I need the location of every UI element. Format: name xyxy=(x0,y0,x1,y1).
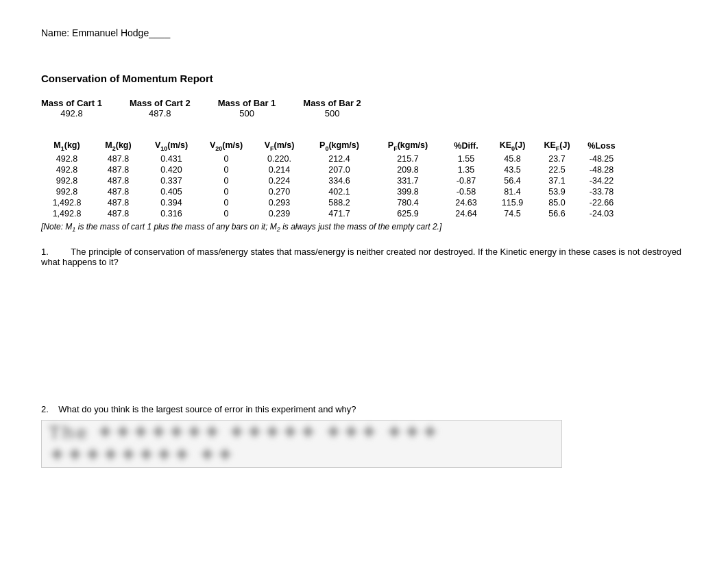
cell-loss: -22.66 xyxy=(579,197,624,208)
cell-m2: 487.8 xyxy=(93,186,144,197)
cell-v10: 0.431 xyxy=(144,153,199,164)
cell-p0: 334.6 xyxy=(305,175,374,186)
cell-p0: 207.0 xyxy=(305,164,374,175)
mass-bar1-value: 500 xyxy=(239,108,254,118)
question1-text: The principle of conservation of mass/en… xyxy=(41,247,681,267)
question2-answer-area: The ✦✦✦✦✦✦✦ ✦✦✦✦✦ ✦✦✦ ✦✦✦ ✦✦✦✦✦✦✦✦ ✦✦ xyxy=(41,420,562,468)
col-header-kef: KEF(J) xyxy=(535,139,579,153)
cell-pf: 209.8 xyxy=(374,164,442,175)
question2-section: 2. What do you think is the largest sour… xyxy=(41,404,687,468)
table-row: 492.8487.80.42000.214207.0209.81.3543.52… xyxy=(41,164,624,175)
cell-m1: 492.8 xyxy=(41,153,93,164)
table-row: 1,492.8487.80.39400.293588.2780.424.6311… xyxy=(41,197,624,208)
cell-pf: 331.7 xyxy=(374,175,442,186)
cell-loss: -24.03 xyxy=(579,208,624,219)
col-header-p0: P0(kgm/s) xyxy=(305,139,374,153)
cell-v20: 0 xyxy=(199,175,254,186)
cell-p0: 471.7 xyxy=(305,208,374,219)
question1: 1. The principle of conservation of mass… xyxy=(41,247,687,267)
cell-v10: 0.420 xyxy=(144,164,199,175)
mass-cart2-value: 487.8 xyxy=(149,108,171,118)
table-header-row: M1(kg) M2(kg) V10(m/s) V20(m/s) VF(m/s) … xyxy=(41,139,624,153)
cell-ke0: 115.9 xyxy=(490,197,535,208)
cell-m1: 1,492.8 xyxy=(41,208,93,219)
cell-vf: 0.214 xyxy=(254,164,305,175)
cell-kef: 37.1 xyxy=(535,175,579,186)
report-title: Conservation of Momentum Report xyxy=(41,73,687,84)
cell-m2: 487.8 xyxy=(93,197,144,208)
cell-kef: 23.7 xyxy=(535,153,579,164)
table-row: 992.8487.80.40500.270402.1399.8-0.5881.4… xyxy=(41,186,624,197)
col-header-v20: V20(m/s) xyxy=(199,139,254,153)
data-table-section: M1(kg) M2(kg) V10(m/s) V20(m/s) VF(m/s) … xyxy=(41,139,687,233)
cell-ke0: 81.4 xyxy=(490,186,535,197)
mass-cart2: Mass of Cart 2 487.8 xyxy=(130,98,191,118)
cell-v10: 0.337 xyxy=(144,175,199,186)
cell-m2: 487.8 xyxy=(93,175,144,186)
cell-v20: 0 xyxy=(199,164,254,175)
col-header-m2: M2(kg) xyxy=(93,139,144,153)
question2-number: 2. xyxy=(41,404,49,414)
question1-answer-area xyxy=(69,274,687,384)
cell-v20: 0 xyxy=(199,153,254,164)
cell-vf: 0.239 xyxy=(254,208,305,219)
cell-v10: 0.405 xyxy=(144,186,199,197)
cell-loss: -48.25 xyxy=(579,153,624,164)
col-header-ke0: KE0(J) xyxy=(490,139,535,153)
mass-bar1-label: Mass of Bar 1 xyxy=(218,98,276,108)
cell-diff: 24.63 xyxy=(442,197,490,208)
name-line: Name: Emmanuel Hodge____ xyxy=(41,27,687,38)
cell-v10: 0.394 xyxy=(144,197,199,208)
col-header-v10: V10(m/s) xyxy=(144,139,199,153)
data-table: M1(kg) M2(kg) V10(m/s) V20(m/s) VF(m/s) … xyxy=(41,139,624,219)
cell-p0: 212.4 xyxy=(305,153,374,164)
cell-m2: 487.8 xyxy=(93,153,144,164)
cell-ke0: 43.5 xyxy=(490,164,535,175)
mass-bar1: Mass of Bar 1 500 xyxy=(218,98,276,118)
mass-cart1: Mass of Cart 1 492.8 xyxy=(41,98,102,118)
cell-diff: 24.64 xyxy=(442,208,490,219)
question2: 2. What do you think is the largest sour… xyxy=(41,404,687,414)
cell-kef: 85.0 xyxy=(535,197,579,208)
cell-m2: 487.8 xyxy=(93,164,144,175)
question2-text: What do you think is the largest source … xyxy=(58,404,356,414)
cell-v20: 0 xyxy=(199,208,254,219)
cell-loss: -34.22 xyxy=(579,175,624,186)
mass-bar2-label: Mass of Bar 2 xyxy=(303,98,361,108)
cell-pf: 625.9 xyxy=(374,208,442,219)
cell-m1: 992.8 xyxy=(41,186,93,197)
col-header-diff: %Diff. xyxy=(442,139,490,153)
cell-vf: 0.224 xyxy=(254,175,305,186)
cell-diff: 1.55 xyxy=(442,153,490,164)
cell-vf: 0.270 xyxy=(254,186,305,197)
cell-pf: 215.7 xyxy=(374,153,442,164)
col-header-m1: M1(kg) xyxy=(41,139,93,153)
col-header-loss: %Loss xyxy=(579,139,624,153)
cell-diff: 1.35 xyxy=(442,164,490,175)
question1-number: 1. xyxy=(41,247,49,257)
mass-cart2-label: Mass of Cart 2 xyxy=(130,98,191,108)
cell-pf: 399.8 xyxy=(374,186,442,197)
cell-diff: -0.87 xyxy=(442,175,490,186)
cell-m1: 1,492.8 xyxy=(41,197,93,208)
cell-vf: 0.293 xyxy=(254,197,305,208)
cell-ke0: 74.5 xyxy=(490,208,535,219)
cell-v10: 0.316 xyxy=(144,208,199,219)
cell-kef: 22.5 xyxy=(535,164,579,175)
table-body: 492.8487.80.43100.220.212.4215.71.5545.8… xyxy=(41,153,624,219)
col-header-pf: PF(kgm/s) xyxy=(374,139,442,153)
cell-kef: 56.6 xyxy=(535,208,579,219)
cell-pf: 780.4 xyxy=(374,197,442,208)
col-header-vf: VF(m/s) xyxy=(254,139,305,153)
mass-headers-row: Mass of Cart 1 492.8 Mass of Cart 2 487.… xyxy=(41,98,687,118)
mass-bar2-value: 500 xyxy=(325,108,340,118)
mass-bar2: Mass of Bar 2 500 xyxy=(303,98,361,118)
cell-loss: -48.28 xyxy=(579,164,624,175)
mass-cart1-value: 492.8 xyxy=(60,108,83,118)
cell-loss: -33.78 xyxy=(579,186,624,197)
table-row: 1,492.8487.80.31600.239471.7625.924.6474… xyxy=(41,208,624,219)
cell-p0: 402.1 xyxy=(305,186,374,197)
cell-ke0: 45.8 xyxy=(490,153,535,164)
cell-kef: 53.9 xyxy=(535,186,579,197)
table-row: 992.8487.80.33700.224334.6331.7-0.8756.4… xyxy=(41,175,624,186)
